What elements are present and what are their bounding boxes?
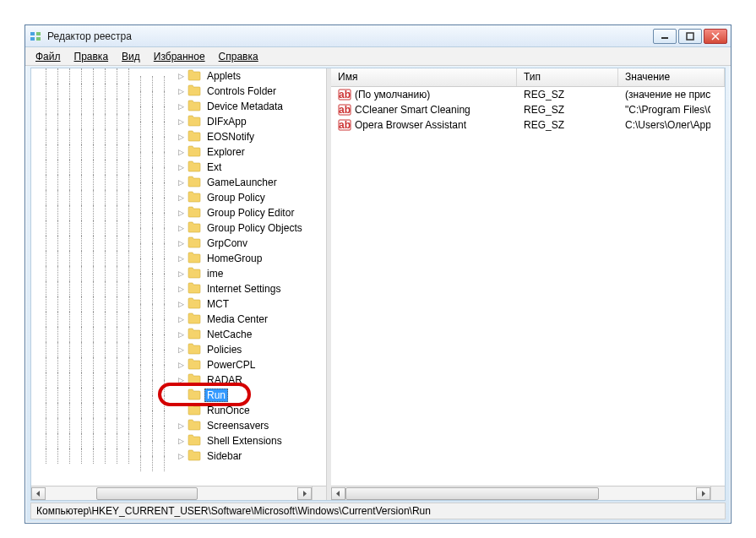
list-row[interactable]: abCCleaner Smart CleaningREG_SZ"C:\Progr… [331,102,710,117]
tree-item[interactable]: Controls Folder [31,84,326,99]
scroll-right-button[interactable] [297,487,312,500]
tree-item-label[interactable]: Policies [204,343,244,356]
tree-item-label[interactable]: ime [204,267,226,280]
tree-item-label[interactable]: PowerCPL [204,358,258,372]
expand-icon[interactable] [177,421,186,431]
tree-item[interactable]: Group Policy [31,190,326,205]
tree-item[interactable]: HomeGroup [31,251,326,266]
tree-item-label[interactable]: Group Policy [204,191,268,204]
scroll-left-button[interactable] [31,487,46,500]
tree-item[interactable]: Ext [31,160,326,175]
list-row[interactable]: ab(По умолчанию)REG_SZ(значение не присв… [331,87,710,102]
scroll-track[interactable] [46,487,297,500]
menu-favorites[interactable]: Избранное [147,49,212,64]
tree-item-label[interactable]: DIFxApp [204,115,249,128]
scroll-left-button[interactable] [331,487,345,500]
tree-item[interactable]: Shell Extensions [31,433,326,448]
expand-icon[interactable] [177,452,186,461]
tree-item-label[interactable]: GrpConv [204,236,250,250]
tree-item[interactable]: Applets [31,68,326,84]
tree-item[interactable]: PowerCPL [31,357,326,372]
expand-icon[interactable] [177,224,186,233]
maximize-button[interactable] [678,29,702,44]
menu-file[interactable]: Файл [29,49,68,64]
titlebar[interactable]: Редактор реестра [25,25,731,47]
tree-item[interactable]: GrpConv [31,236,326,251]
tree-item[interactable]: NetCache [31,327,326,342]
tree-item[interactable]: Media Center [31,312,326,327]
tree-item[interactable]: Group Policy Editor [31,205,326,220]
expand-icon[interactable] [177,193,186,203]
tree-item-label[interactable]: Group Policy Editor [204,206,296,220]
expand-icon[interactable] [177,361,186,370]
column-name[interactable]: Имя [331,68,517,86]
minimize-button[interactable] [653,29,677,44]
expand-icon[interactable] [177,117,186,127]
tree-item[interactable]: Explorer [31,144,326,160]
tree-item-label[interactable]: Sidebar [204,449,244,463]
menu-view[interactable]: Вид [115,49,147,64]
scroll-track[interactable] [345,487,696,500]
list-horizontal-scrollbar[interactable] [331,486,710,500]
expand-icon[interactable] [177,239,186,248]
expand-icon[interactable] [177,87,186,96]
expand-icon[interactable] [177,285,186,294]
tree-item-label[interactable]: RADAR [204,373,245,387]
expand-icon[interactable] [177,163,186,172]
tree-item-label[interactable]: Device Metadata [204,100,286,113]
scroll-right-button[interactable] [696,487,710,500]
tree-item[interactable]: RADAR [31,372,326,388]
tree-item-label[interactable]: Group Policy Objects [204,221,305,235]
tree-scroll-area[interactable]: AppletsControls FolderDevice MetadataDIF… [31,68,326,486]
tree-item[interactable]: ime [31,266,326,281]
tree-item[interactable]: Internet Settings [31,281,326,296]
tree-item[interactable]: MCT [31,296,326,312]
tree-item-label[interactable]: Shell Extensions [204,434,285,448]
expand-icon[interactable] [177,376,186,385]
tree-item[interactable]: Policies [31,342,326,357]
tree-item[interactable]: Sidebar [31,448,326,464]
tree-item[interactable]: GameLauncher [31,175,326,190]
expand-icon[interactable] [177,148,186,157]
expand-icon[interactable] [177,437,186,446]
tree-item[interactable]: Group Policy Objects [31,220,326,236]
tree-item-label[interactable]: NetCache [204,328,254,341]
expand-icon[interactable] [177,209,186,218]
tree-item-label[interactable]: Run [204,389,228,402]
tree-item-label[interactable]: Internet Settings [204,282,283,296]
tree-item[interactable]: DIFxApp [31,114,326,129]
tree-item-label[interactable]: Screensavers [204,419,271,432]
expand-icon[interactable] [177,300,186,309]
scroll-thumb[interactable] [345,487,599,500]
expand-icon[interactable] [177,269,186,279]
expand-icon[interactable] [177,345,186,355]
tree-item[interactable]: Screensavers [31,418,326,433]
list-body[interactable]: ab(По умолчанию)REG_SZ(значение не присв… [331,87,710,486]
expand-icon[interactable] [177,315,186,324]
tree-horizontal-scrollbar[interactable] [31,486,312,500]
column-type[interactable]: Тип [517,68,618,86]
menu-edit[interactable]: Правка [68,49,116,64]
expand-icon[interactable] [177,254,186,264]
column-value[interactable]: Значение [618,68,725,86]
tree-item-label[interactable]: Applets [204,69,243,83]
tree-item-label[interactable]: MCT [204,297,231,311]
tree-item-label[interactable]: Ext [204,160,224,174]
tree-item[interactable]: RunOnce [31,403,326,418]
tree-item-label[interactable]: RunOnce [204,404,253,417]
expand-icon[interactable] [177,72,186,81]
tree-item[interactable]: Run [31,388,326,403]
tree-item-label[interactable]: Explorer [204,145,247,159]
expand-icon[interactable] [177,133,186,142]
expand-icon[interactable] [177,178,186,187]
tree-item-label[interactable]: Media Center [204,312,270,326]
expand-icon[interactable] [177,102,186,111]
menu-help[interactable]: Справка [212,49,265,64]
tree-item[interactable]: Device Metadata [31,99,326,114]
tree-item-label[interactable]: HomeGroup [204,252,264,265]
tree-item-label[interactable]: GameLauncher [204,176,280,189]
expand-icon[interactable] [177,330,186,340]
tree-item-label[interactable]: EOSNotify [204,130,257,144]
scroll-thumb[interactable] [96,487,198,500]
tree-item[interactable]: EOSNotify [31,129,326,144]
